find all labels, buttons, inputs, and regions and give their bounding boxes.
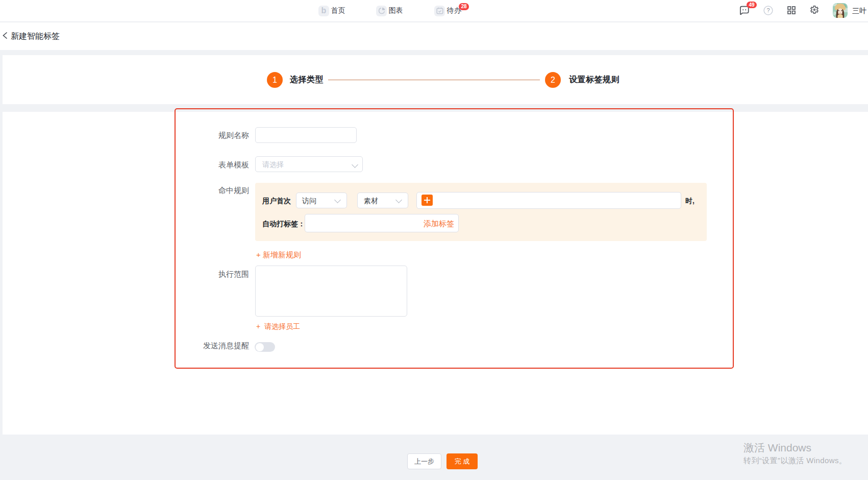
- svg-text:?: ?: [766, 7, 770, 13]
